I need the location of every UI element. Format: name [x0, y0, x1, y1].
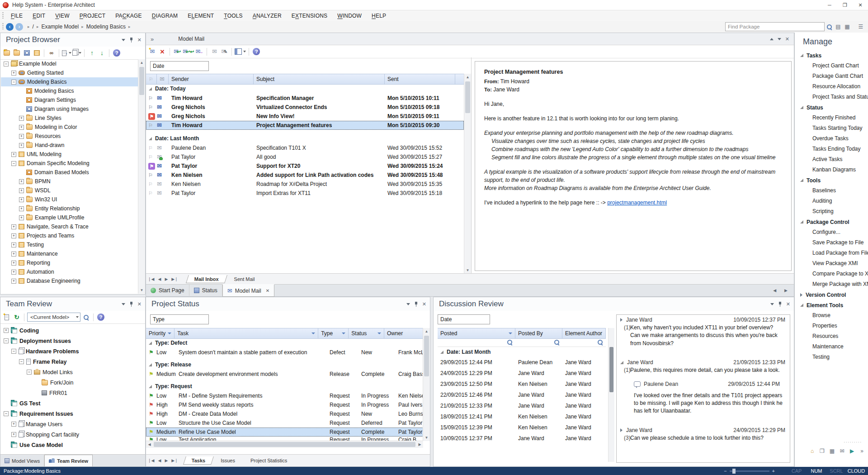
forward-button[interactable]: ›	[15, 23, 23, 31]
close-tab-icon[interactable]: ✕	[266, 288, 269, 293]
tree-item[interactable]: +Entity Relationship	[1, 204, 138, 213]
windows-icon[interactable]: ❐	[818, 447, 826, 455]
hierarchy-icon[interactable]: ▦	[828, 447, 836, 455]
mail-list-scrollbar[interactable]: ▲ ▼	[464, 74, 471, 274]
menu-analyzer[interactable]: ANALYZER	[248, 13, 287, 19]
run-icon[interactable]: ▶	[848, 447, 856, 455]
manage-item-package-gantt-chart[interactable]: Package Gantt Chart	[795, 71, 868, 81]
thread-post-header[interactable]: Jane Ward24/09/2015 12:29 PM	[617, 425, 790, 434]
tree-item[interactable]: +Hand-drawn	[1, 141, 138, 150]
move-down-icon[interactable]: ↓	[97, 48, 106, 58]
panel-menu-icon[interactable]	[778, 38, 781, 40]
tree-expander-icon[interactable]: −	[11, 80, 16, 85]
tree-item[interactable]: +Getting Started	[1, 68, 138, 77]
mail-flag-cell[interactable]: ⚐	[146, 172, 157, 178]
toggle-cloud[interactable]: CLOUD	[846, 468, 866, 474]
mail-row[interactable]: ⚐✉Pat TaylorAll goodWed 30/09/2015 15:27	[146, 152, 464, 162]
flag-column-header[interactable]: ⚐	[146, 74, 157, 84]
copy-icon[interactable]	[72, 48, 81, 58]
mail-row[interactable]: ⚑✉Pat TaylorSupport for XT20Wed 30/09/20…	[146, 162, 464, 171]
view-tab-model-mail[interactable]: ✉Model Mail✕	[222, 284, 274, 297]
mail-flag-cell[interactable]: ⚐	[146, 145, 157, 151]
tree-item[interactable]: −Domain Specific Modeling	[1, 159, 138, 168]
tree-item[interactable]: +Coding	[1, 325, 145, 336]
column-header-priority[interactable]: Priority	[146, 328, 175, 338]
status-row[interactable]: ⚑ LowStructure the Use Case ModelRequest…	[146, 418, 423, 428]
mail-icon[interactable]: ✉	[838, 447, 846, 455]
more-icon[interactable]: »	[858, 447, 866, 455]
zoom-out-icon[interactable]: −	[724, 468, 726, 474]
manage-item-browse[interactable]: Browse	[795, 310, 868, 321]
window-list-icon[interactable]: ▤	[834, 22, 843, 32]
manage-item-save-package-to-file[interactable]: Save Package to File	[795, 238, 868, 248]
menu-project[interactable]: PROJECT	[75, 13, 110, 19]
tree-item[interactable]: −Frame Relay	[1, 356, 145, 367]
layout-icon[interactable]: ▦	[843, 22, 852, 32]
help-icon[interactable]	[96, 312, 105, 322]
close-panel-icon[interactable]: ✕	[137, 302, 142, 307]
breadcrumb-item[interactable]: /	[33, 24, 34, 30]
back-button[interactable]: ‹	[6, 23, 14, 31]
new-element-icon[interactable]	[32, 48, 41, 58]
search-icon[interactable]	[81, 312, 90, 322]
model-selector[interactable]: <Current Model>	[27, 313, 80, 322]
mail-icon-column-header[interactable]: ✉	[157, 74, 169, 84]
columns-icon[interactable]	[235, 47, 246, 57]
manage-item-project-tasks-and-status[interactable]: Project Tasks and Status	[795, 92, 868, 102]
first-page-icon[interactable]: ❘◀	[146, 277, 156, 281]
manage-item-merge-package-with-xmi[interactable]: Merge Package with XMI	[795, 279, 868, 290]
tab-sent-mail[interactable]: Sent Mail	[227, 275, 262, 283]
mail-flag-cell[interactable]: ⚑	[146, 113, 157, 120]
mail-group-header[interactable]: Date: Last Month	[146, 133, 464, 143]
menu-view[interactable]: VIEW	[50, 13, 74, 19]
mail-filter-input[interactable]	[150, 61, 209, 71]
mail-row[interactable]: ⚐✉Tim HowardSpecification ManagerMon 5/1…	[146, 94, 464, 103]
search-icon[interactable]	[825, 22, 834, 32]
mail-row[interactable]: ⚑✉Greg NicholsNew Info View!Mon 5/10/201…	[146, 112, 464, 121]
tree-item[interactable]: +BPMN	[1, 177, 138, 186]
status-row[interactable]: ⚑ LowSystem doesn't maintain a stable pa…	[146, 348, 423, 357]
tree-expander-icon[interactable]: +	[11, 261, 16, 266]
tree-item[interactable]: +Modeling in Color	[1, 123, 138, 132]
find-package-input[interactable]	[725, 22, 825, 31]
column-header-owner[interactable]: Owner	[384, 328, 423, 338]
tree-item[interactable]: −Hardware Problems	[1, 346, 145, 356]
next-tab-icon[interactable]: ▶	[163, 458, 170, 463]
mail-flag-cell[interactable]: ⚐	[146, 122, 157, 128]
manage-section-element-tools[interactable]: Element Tools	[795, 300, 868, 310]
manage-item-auditing[interactable]: Auditing	[795, 196, 868, 206]
column-header-posted[interactable]: Posted	[438, 328, 515, 338]
last-page-icon[interactable]: ▶❘	[170, 277, 179, 281]
manage-section-tools[interactable]: Tools	[795, 175, 868, 185]
collapsed-icon[interactable]	[620, 318, 623, 322]
manage-item-resource-allocation[interactable]: Resource Allocation	[795, 81, 868, 92]
status-group-header[interactable]: Type: Request	[146, 381, 423, 391]
manage-item-tasks-starting-today[interactable]: Tasks Starting Today	[795, 123, 868, 133]
close-button[interactable]: ✕	[853, 0, 868, 10]
tree-expander-icon[interactable]: −	[4, 62, 9, 66]
delete-mail-icon[interactable]: ✕	[158, 47, 167, 57]
zoom-slider[interactable]: − +	[724, 468, 775, 474]
column-search-cell[interactable]	[515, 339, 562, 345]
status-row[interactable]: ⚑ HighDM - Create Data ModelRequestNewLe…	[146, 409, 423, 418]
column-search-cell[interactable]	[562, 339, 606, 345]
tree-expander-icon[interactable]: +	[4, 328, 9, 333]
mail-group-header[interactable]: Date: Today	[146, 84, 464, 94]
collapse-panel-icon[interactable]	[770, 38, 774, 40]
tree-item[interactable]: +Database Engineering	[1, 276, 138, 285]
manage-item-baselines[interactable]: Baselines	[795, 185, 868, 196]
tree-item[interactable]: −Model Links	[1, 367, 145, 377]
view-tab-start-page[interactable]: Start Page	[146, 285, 189, 296]
tree-item[interactable]: −Deployment Issues	[1, 336, 145, 346]
mail-flag-cell[interactable]: ⚐	[146, 104, 157, 110]
scroll-tabs-left-icon[interactable]: ◀	[771, 288, 778, 293]
tree-expander-icon[interactable]: −	[11, 349, 16, 354]
discussion-row[interactable]: 21/09/2015 12:33 PMJane WardJane Ward	[438, 400, 606, 411]
menu-package[interactable]: PACKAGE	[110, 13, 147, 19]
status-filter-input[interactable]	[150, 314, 209, 324]
home-icon[interactable]: ⌂	[808, 447, 816, 455]
help-icon[interactable]	[252, 47, 261, 57]
tree-item[interactable]: +Reporting	[1, 258, 138, 267]
tree-expander-icon[interactable]: +	[19, 125, 24, 130]
panel-menu-icon[interactable]	[122, 303, 125, 305]
